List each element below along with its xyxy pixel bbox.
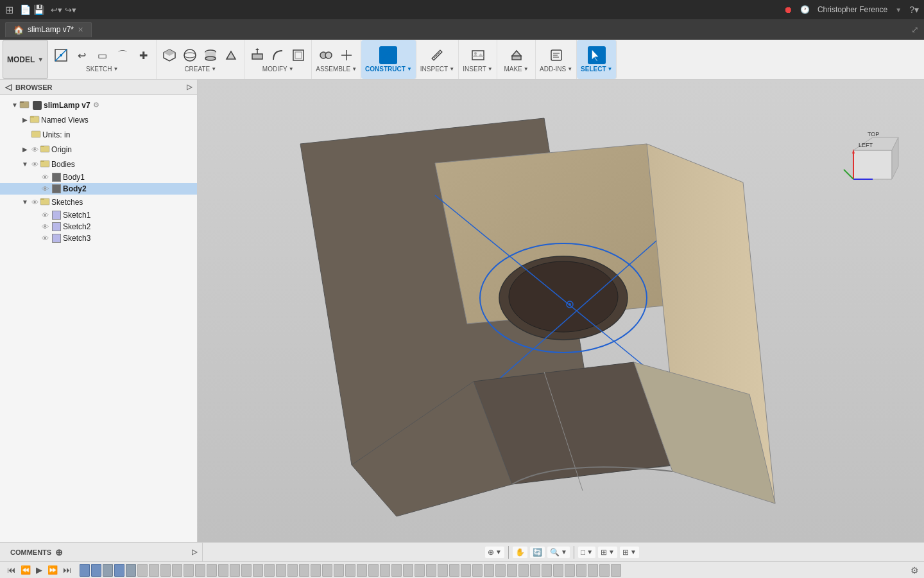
timeline-start-btn[interactable]: ⏮ [5,565,17,575]
timeline-marker-empty-27[interactable] [438,564,448,577]
timeline-marker-empty-29[interactable] [461,564,471,577]
comments-add-icon[interactable]: ⊕ [55,547,63,557]
body1-eye-icon[interactable]: 👁 [40,173,50,181]
addins-label[interactable]: ADD-INS ▼ [540,66,572,73]
timeline-marker-empty-31[interactable] [484,564,494,577]
browser-expand-icon[interactable]: ▷ [187,83,192,91]
timeline-marker-empty-18[interactable] [334,564,344,577]
modify-fillet-icon[interactable] [269,46,287,64]
timeline-marker-empty-33[interactable] [507,564,517,577]
timeline-marker-empty-34[interactable] [518,564,529,577]
create-label[interactable]: CREATE ▼ [184,66,216,73]
insert-label[interactable]: INSERT ▼ [463,66,492,73]
zoom-tool-btn[interactable]: 🔍 ▼ [547,547,570,558]
sketches-collapse-arrow[interactable]: ▼ [21,198,30,206]
clock-icon[interactable]: 🕐 [800,5,810,14]
timeline-end-btn[interactable]: ⏭ [61,565,73,575]
timeline-next-btn[interactable]: ⏩ [46,565,60,575]
section-view-btn[interactable]: ⊞ ▼ [620,547,639,558]
tree-named-views-item[interactable]: ▶ Named Views [0,112,197,127]
record-button[interactable]: ⏺ [783,4,792,15]
undo-icon[interactable]: ↩▾ [51,5,62,15]
timeline-marker-empty-1[interactable] [137,564,148,577]
orbit-tool-btn[interactable]: 🔄 [530,547,545,558]
user-dropdown-icon[interactable]: ▼ [895,6,902,13]
inspect-label[interactable]: INSPECT ▼ [420,66,454,73]
timeline-marker-empty-9[interactable] [230,564,240,577]
tree-root-item[interactable]: ▼ slimLamp v7 ⚙ [0,98,197,112]
tree-sketch1-item[interactable]: ▶ 👁 Sketch1 [0,209,197,221]
timeline-marker-empty-11[interactable] [253,564,263,577]
grid-display-btn[interactable]: ⊞ ▼ [598,547,617,558]
sketch-rect-icon[interactable]: ▭ [93,46,111,64]
origin-eye-icon[interactable]: 👁 [30,146,40,153]
addins-script-icon[interactable] [547,46,565,64]
body2-eye-icon[interactable]: 👁 [40,185,50,193]
browser-collapse-icon[interactable]: ◁ [5,82,12,92]
timeline-marker-empty-36[interactable] [542,564,552,577]
active-tab[interactable]: 🏠 slimLamp v7* ✕ [5,22,92,37]
create-box-icon[interactable] [160,46,178,64]
modify-shell-icon[interactable] [289,46,307,64]
timeline-play-btn[interactable]: ▶ [34,565,44,575]
timeline-marker-empty-17[interactable] [322,564,332,577]
timeline-marker-empty-10[interactable] [241,564,252,577]
timeline-marker-empty-2[interactable] [149,564,159,577]
timeline-marker-empty-7[interactable] [207,564,217,577]
sketches-eye-icon[interactable]: 👁 [30,198,40,206]
app-grid-icon[interactable]: ⊞ [5,4,13,16]
timeline-marker-sketch3[interactable] [114,564,124,577]
viewport-settings-btn[interactable]: ⊕ ▼ [485,547,504,558]
bodies-collapse-arrow[interactable]: ▼ [21,161,30,168]
timeline-marker-empty-6[interactable] [195,564,205,577]
timeline-marker-empty-12[interactable] [264,564,275,577]
timeline-marker-empty-8[interactable] [218,564,228,577]
model-dropdown[interactable]: MODEL ▼ [3,40,48,79]
view-cube[interactable]: LEFT TOP [834,118,911,195]
modify-label[interactable]: MODIFY ▼ [262,66,294,73]
timeline-settings-icon[interactable]: ⚙ [911,565,919,575]
assemble-origin-icon[interactable] [338,46,355,64]
tree-sketches-item[interactable]: ▼ 👁 Sketches [0,195,197,209]
timeline-marker-sketch1[interactable] [80,564,90,577]
timeline-marker-empty-20[interactable] [357,564,367,577]
sketch-undo-icon[interactable]: ↩ [73,46,90,64]
sketch2-eye-icon[interactable]: 👁 [40,223,50,231]
sketch-label[interactable]: SKETCH ▼ [86,66,118,73]
timeline-marker-empty-42[interactable] [611,564,621,577]
tab-expand-icon[interactable]: ⤢ [911,24,919,35]
tree-body1-item[interactable]: ▶ 👁 Body1 [0,171,197,183]
timeline-marker-empty-22[interactable] [380,564,390,577]
assemble-joint-icon[interactable] [317,46,335,64]
sketch-arc-icon[interactable]: ⌒ [114,46,132,64]
timeline-marker-empty-15[interactable] [299,564,309,577]
pan-tool-btn[interactable]: ✋ [513,547,527,558]
tree-bodies-item[interactable]: ▼ 👁 Bodies [0,157,197,171]
redo-icon[interactable]: ↪▾ [65,5,76,15]
timeline-marker-empty-13[interactable] [276,564,286,577]
timeline-marker-empty-16[interactable] [311,564,321,577]
make-3dprint-icon[interactable] [508,46,526,64]
bodies-eye-icon[interactable]: 👁 [30,161,40,168]
timeline-marker-empty-25[interactable] [415,564,425,577]
timeline-marker-extrude1[interactable] [103,564,113,577]
viewport[interactable]: LEFT TOP [198,80,924,542]
timeline-marker-empty-4[interactable] [172,564,182,577]
timeline-marker-empty-40[interactable] [588,564,598,577]
tree-body2-item[interactable]: ▶ 👁 Body2 [0,183,197,195]
sketch1-eye-icon[interactable]: 👁 [40,211,50,219]
sketch-create-icon[interactable] [52,46,70,64]
timeline-marker-empty-14[interactable] [287,564,298,577]
timeline-marker-empty-28[interactable] [449,564,459,577]
timeline-prev-btn[interactable]: ⏪ [19,565,33,575]
create-sphere-icon[interactable] [181,46,199,64]
timeline-marker-empty-38[interactable] [565,564,575,577]
create-extrude-icon[interactable] [222,46,240,64]
make-label[interactable]: MAKE ▼ [504,66,528,73]
timeline-marker-empty-19[interactable] [345,564,355,577]
construct-label[interactable]: CONSTRUCT ▼ [365,66,412,73]
timeline-marker-empty-39[interactable] [576,564,586,577]
inspect-measure-icon[interactable] [428,46,446,64]
root-options-icon[interactable]: ⚙ [93,101,99,109]
comments-expand-icon[interactable]: ▷ [192,548,197,556]
